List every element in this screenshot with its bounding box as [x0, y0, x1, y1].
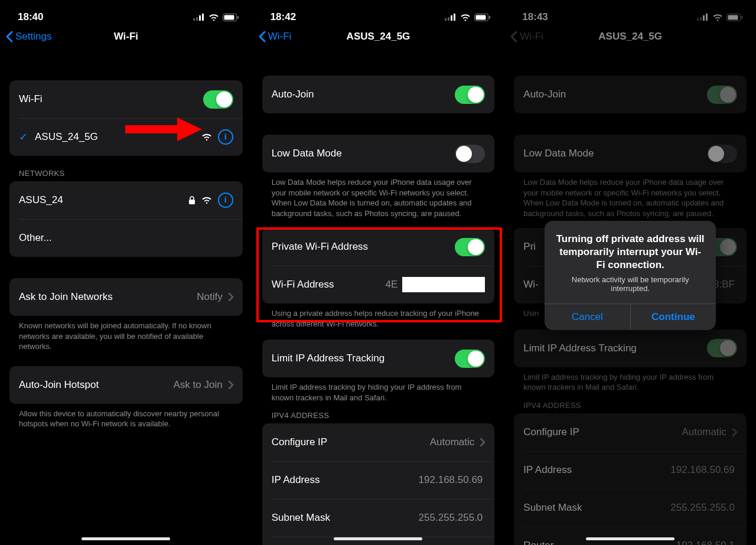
info-icon[interactable]: i [218, 192, 233, 208]
subnet-row: Subnet Mask 255.255.255.0 [262, 499, 495, 537]
ipv4-header: IPV4 ADDRESS [253, 403, 504, 423]
svg-rect-21 [726, 14, 740, 21]
svg-rect-23 [741, 16, 742, 19]
info-icon[interactable]: i [218, 129, 233, 145]
home-indicator [586, 537, 674, 540]
status-icons [697, 14, 743, 21]
chevron-left-icon [510, 31, 517, 43]
networks-header: NETWORKS [0, 156, 252, 181]
battery-icon [726, 14, 743, 21]
svg-rect-2 [199, 15, 201, 21]
subnet-row: Subnet Mask 255.255.255.0 [514, 489, 747, 527]
ip-row: IP Address 192.168.50.69 [514, 451, 747, 489]
ask-join-footer: Known networks will be joined automatica… [0, 316, 252, 352]
lowdata-row[interactable]: Low Data Mode [262, 135, 495, 172]
limitip-row[interactable]: Limit IP Address Tracking [262, 340, 495, 377]
row-label: Low Data Mode [523, 148, 707, 159]
clock: 18:43 [522, 11, 548, 23]
screen-wifi-list: 18:40 Settings Wi-Fi Wi-Fi ✓ ASUS_24_5G … [0, 0, 252, 545]
home-indicator [82, 537, 170, 540]
svg-rect-12 [451, 15, 452, 21]
clock: 18:40 [18, 11, 43, 23]
row-label: Configure IP [272, 436, 430, 448]
limitip-row[interactable]: Limit IP Address Tracking [514, 329, 747, 367]
wifi-toggle-row[interactable]: Wi-Fi [9, 80, 243, 118]
svg-rect-3 [202, 14, 204, 21]
wifi-icon [460, 14, 471, 21]
svg-rect-22 [728, 15, 738, 19]
row-value: 192.168.50.69 [419, 474, 483, 486]
row-value: Automatic [430, 436, 475, 448]
cellular-icon [445, 14, 457, 21]
row-label: Wi-Fi Address [272, 279, 334, 291]
lowdata-row[interactable]: Low Data Mode [514, 135, 747, 172]
back-button[interactable]: Wi-Fi [259, 31, 292, 43]
chevron-left-icon [6, 31, 13, 43]
row-value: 255.255.255.0 [419, 512, 483, 524]
autojoin-toggle[interactable] [455, 86, 485, 104]
svg-rect-5 [224, 15, 234, 19]
svg-rect-13 [454, 14, 455, 21]
private-toggle[interactable] [455, 238, 485, 256]
limitip-toggle[interactable] [707, 339, 737, 357]
row-label: Auto-Join Hotspot [19, 379, 174, 391]
svg-rect-17 [697, 18, 699, 21]
screen-network-details: 18:42 Wi-Fi ASUS_24_5G Auto-Join Low Dat… [252, 0, 504, 545]
wifi-address-suffix: 3:BF [713, 279, 735, 291]
confirm-dialog: Turning off private address will tempora… [545, 221, 716, 330]
row-value: 255.255.255.0 [670, 502, 735, 514]
battery-icon [223, 14, 239, 21]
autojoin-row[interactable]: Auto-Join [262, 76, 495, 113]
other-network-row[interactable]: Other... [9, 219, 243, 257]
lowdata-footer: Low Data Mode helps reduce your iPhone d… [504, 172, 756, 218]
lowdata-toggle[interactable] [455, 145, 485, 163]
chevron-right-icon [229, 293, 233, 301]
row-label: Limit IP Address Tracking [272, 353, 455, 364]
svg-rect-6 [237, 16, 239, 19]
chevron-right-icon [229, 381, 233, 389]
alert-title: Turning off private address will tempora… [555, 233, 705, 272]
cancel-button[interactable]: Cancel [545, 304, 630, 330]
svg-rect-1 [196, 17, 198, 21]
svg-rect-9 [189, 200, 195, 204]
configip-row[interactable]: Configure IP Automatic [262, 423, 495, 461]
back-button[interactable]: Settings [6, 31, 51, 43]
router-row: Router 192.168.50.1 [514, 527, 747, 545]
svg-marker-8 [177, 118, 202, 141]
row-label: Private Wi-Fi Address [272, 241, 455, 253]
wifi-address-prefix: 4E [386, 279, 398, 291]
private-footer: Using a private address helps reduce tra… [253, 303, 504, 329]
ask-join-row[interactable]: Ask to Join Networks Notify [9, 278, 243, 316]
checkmark-icon: ✓ [19, 130, 28, 143]
screen-network-details-alert: 18:43 Wi-Fi ASUS_24_5G Auto-Join Low Dat… [504, 0, 756, 545]
ipv4-header: IPV4 ADDRESS [504, 393, 756, 413]
autojoin-row[interactable]: Auto-Join [514, 76, 747, 113]
limitip-toggle[interactable] [455, 350, 485, 368]
clock: 18:42 [271, 11, 296, 23]
private-address-row[interactable]: Private Wi-Fi Address [262, 228, 495, 266]
network-row[interactable]: ASUS_24 i [9, 181, 243, 219]
svg-rect-10 [445, 18, 447, 21]
hotspot-footer: Allow this device to automatically disco… [0, 404, 252, 429]
configip-row[interactable]: Configure IP Automatic [514, 413, 747, 451]
row-label: Low Data Mode [272, 148, 455, 159]
continue-button[interactable]: Continue [630, 304, 716, 330]
autojoin-toggle[interactable] [707, 86, 737, 104]
back-button[interactable]: Wi-Fi [510, 31, 543, 43]
row-label: Subnet Mask [523, 502, 670, 514]
page-title: ASUS_24_5G [504, 31, 756, 43]
status-bar: 18:42 [253, 0, 504, 26]
wifi-signal-icon [201, 196, 212, 204]
hotspot-row[interactable]: Auto-Join Hotspot Ask to Join [9, 366, 243, 404]
row-label: Subnet Mask [272, 512, 419, 524]
wifi-toggle[interactable] [203, 90, 233, 109]
status-bar: 18:43 [504, 0, 756, 26]
cellular-icon [697, 14, 709, 21]
wifi-icon [208, 14, 219, 21]
row-value: 192.168.50.1 [676, 540, 735, 545]
wifi-icon [712, 14, 723, 21]
row-label: Auto-Join [523, 89, 707, 100]
annotation-arrow-icon [125, 118, 202, 141]
wifi-signal-icon [201, 133, 212, 141]
lowdata-toggle[interactable] [707, 145, 737, 163]
